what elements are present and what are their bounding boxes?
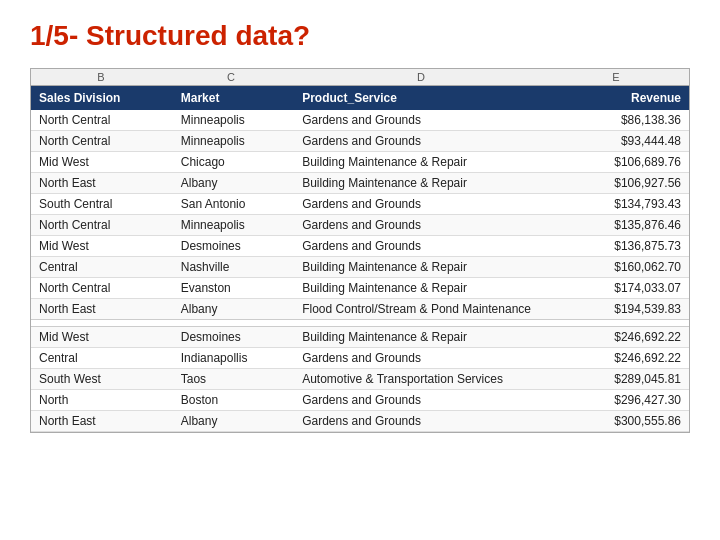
cell-revenue: $134,793.43 <box>557 194 689 215</box>
cell-product: Gardens and Grounds <box>294 194 557 215</box>
cell-product: Building Maintenance & Repair <box>294 173 557 194</box>
data-table: Sales Division Market Product_Service Re… <box>31 86 689 432</box>
cell-division: North East <box>31 173 173 194</box>
cell-revenue: $246,692.22 <box>557 327 689 348</box>
table-row: North East Albany Gardens and Grounds $3… <box>31 411 689 432</box>
cell-revenue: $300,555.86 <box>557 411 689 432</box>
cell-revenue: $136,875.73 <box>557 236 689 257</box>
col-b-label: B <box>31 69 171 85</box>
cell-market: Evanston <box>173 278 294 299</box>
col-c-label: C <box>171 69 291 85</box>
table-row: Mid West Desmoines Building Maintenance … <box>31 327 689 348</box>
cell-revenue: $93,444.48 <box>557 131 689 152</box>
cell-revenue: $106,927.56 <box>557 173 689 194</box>
header-sales-division: Sales Division <box>31 86 173 110</box>
cell-division: Mid West <box>31 236 173 257</box>
header-market: Market <box>173 86 294 110</box>
cell-product: Gardens and Grounds <box>294 131 557 152</box>
table-row: North Central Minneapolis Gardens and Gr… <box>31 215 689 236</box>
cell-market: Nashville <box>173 257 294 278</box>
cell-division: North Central <box>31 278 173 299</box>
cell-revenue: $194,539.83 <box>557 299 689 320</box>
cell-division: North <box>31 390 173 411</box>
cell-market: Albany <box>173 299 294 320</box>
cell-revenue: $296,427.30 <box>557 390 689 411</box>
table-row: North Central Minneapolis Gardens and Gr… <box>31 131 689 152</box>
cell-product: Automotive & Transportation Services <box>294 369 557 390</box>
cell-product: Gardens and Grounds <box>294 236 557 257</box>
cell-market: Chicago <box>173 152 294 173</box>
cell-product: Building Maintenance & Repair <box>294 152 557 173</box>
cell-division: North Central <box>31 131 173 152</box>
header-revenue: Revenue <box>557 86 689 110</box>
gap-spacer-row <box>31 320 689 327</box>
cell-product: Flood Control/Stream & Pond Maintenance <box>294 299 557 320</box>
table-row: Mid West Chicago Building Maintenance & … <box>31 152 689 173</box>
cell-product: Gardens and Grounds <box>294 390 557 411</box>
cell-revenue: $86,138.36 <box>557 110 689 131</box>
cell-division: Mid West <box>31 327 173 348</box>
cell-revenue: $106,689.76 <box>557 152 689 173</box>
cell-market: Minneapolis <box>173 131 294 152</box>
cell-market: Boston <box>173 390 294 411</box>
cell-revenue: $246,692.22 <box>557 348 689 369</box>
cell-market: Taos <box>173 369 294 390</box>
table-row: North East Albany Building Maintenance &… <box>31 173 689 194</box>
cell-market: Minneapolis <box>173 215 294 236</box>
cell-market: Desmoines <box>173 327 294 348</box>
table-row: Mid West Desmoines Gardens and Grounds $… <box>31 236 689 257</box>
page-title: 1/5- Structured data? <box>30 20 690 52</box>
cell-market: Albany <box>173 173 294 194</box>
cell-division: Central <box>31 348 173 369</box>
table-row: South Central San Antonio Gardens and Gr… <box>31 194 689 215</box>
cell-product: Building Maintenance & Repair <box>294 278 557 299</box>
col-d-label: D <box>291 69 551 85</box>
cell-revenue: $289,045.81 <box>557 369 689 390</box>
cell-revenue: $160,062.70 <box>557 257 689 278</box>
cell-division: North Central <box>31 110 173 131</box>
cell-product: Building Maintenance & Repair <box>294 257 557 278</box>
cell-market: Minneapolis <box>173 110 294 131</box>
cell-market: Indianapollis <box>173 348 294 369</box>
cell-division: Mid West <box>31 152 173 173</box>
cell-revenue: $135,876.46 <box>557 215 689 236</box>
page: 1/5- Structured data? B C D E Sales Divi… <box>0 0 720 540</box>
cell-product: Gardens and Grounds <box>294 215 557 236</box>
cell-market: Albany <box>173 411 294 432</box>
cell-product: Gardens and Grounds <box>294 348 557 369</box>
table-row: North Central Evanston Building Maintena… <box>31 278 689 299</box>
cell-market: San Antonio <box>173 194 294 215</box>
cell-division: Central <box>31 257 173 278</box>
cell-product: Gardens and Grounds <box>294 411 557 432</box>
cell-revenue: $174,033.07 <box>557 278 689 299</box>
cell-division: North Central <box>31 215 173 236</box>
col-e-label: E <box>551 69 681 85</box>
table-row: North Central Minneapolis Gardens and Gr… <box>31 110 689 131</box>
data-table-wrapper: B C D E Sales Division Market Product_Se… <box>30 68 690 433</box>
cell-division: South Central <box>31 194 173 215</box>
cell-market: Desmoines <box>173 236 294 257</box>
cell-product: Gardens and Grounds <box>294 110 557 131</box>
table-row: North East Albany Flood Control/Stream &… <box>31 299 689 320</box>
table-row: Central Nashville Building Maintenance &… <box>31 257 689 278</box>
table-row: South West Taos Automotive & Transportat… <box>31 369 689 390</box>
table-row: Central Indianapollis Gardens and Ground… <box>31 348 689 369</box>
cell-division: North East <box>31 411 173 432</box>
table-row: North Boston Gardens and Grounds $296,42… <box>31 390 689 411</box>
cell-division: North East <box>31 299 173 320</box>
column-labels: B C D E <box>31 69 689 86</box>
cell-division: South West <box>31 369 173 390</box>
header-product-service: Product_Service <box>294 86 557 110</box>
table-header-row: Sales Division Market Product_Service Re… <box>31 86 689 110</box>
cell-product: Building Maintenance & Repair <box>294 327 557 348</box>
